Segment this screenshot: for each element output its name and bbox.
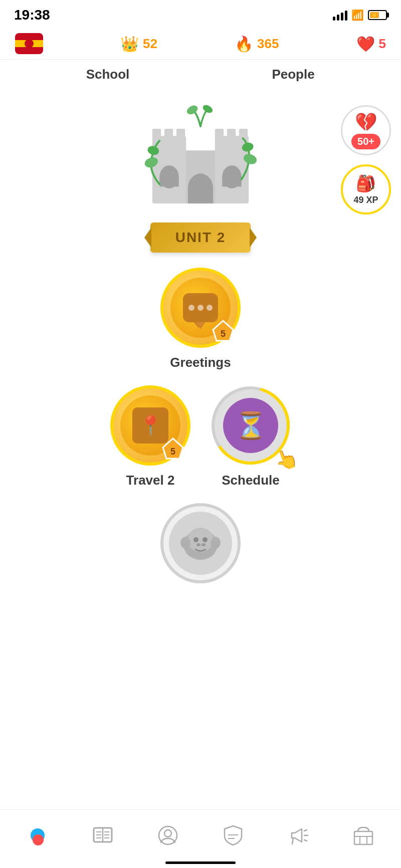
section-people-label[interactable]: People	[200, 67, 386, 82]
svg-rect-7	[227, 129, 236, 139]
nav-profile[interactable]	[143, 818, 193, 853]
fire-icon: 🔥	[235, 35, 253, 53]
svg-point-28	[187, 528, 214, 552]
schedule-lesson-node: ⏳ 👆 Schedule	[211, 385, 291, 488]
top-header: 👑 52 🔥 365 ❤️ 5	[0, 28, 401, 60]
profile-icon	[158, 825, 178, 845]
svg-rect-3	[164, 129, 173, 139]
svg-point-31	[193, 537, 198, 542]
svg-line-49	[304, 840, 307, 841]
status-icons: 📶	[333, 9, 387, 21]
nav-shop[interactable]	[338, 818, 388, 853]
svg-rect-4	[176, 129, 185, 139]
svg-point-34	[202, 543, 206, 546]
svg-point-29	[180, 537, 190, 549]
hearts-stat: ❤️ 5	[356, 35, 386, 53]
schedule-circle[interactable]: ⏳ 👆	[211, 385, 291, 466]
scrollable-content: UNIT 2	[0, 87, 401, 669]
svg-point-44	[164, 830, 171, 837]
svg-rect-14	[188, 188, 213, 203]
travel2-label: Travel 2	[126, 473, 175, 488]
sections-row: School People	[0, 60, 401, 87]
streak-value: 365	[257, 36, 279, 52]
travel-schedule-row: 📍 5 Travel 2	[15, 385, 386, 488]
unit-banner[interactable]: UNIT 2	[150, 223, 251, 253]
svg-rect-10	[159, 177, 178, 186]
main-content: UNIT 2	[0, 87, 401, 583]
shield-icon	[224, 825, 243, 846]
greetings-circle[interactable]: 5	[160, 268, 241, 348]
unit-section: UNIT 2	[15, 87, 386, 263]
greetings-label: Greetings	[170, 355, 231, 370]
nav-events[interactable]	[273, 818, 323, 853]
greetings-lesson-node: 5 Greetings	[15, 268, 386, 370]
nav-lessons[interactable]	[78, 818, 128, 853]
svg-rect-51	[354, 831, 372, 844]
travel2-circle[interactable]: 📍 5	[110, 385, 190, 466]
castle-svg	[123, 102, 278, 228]
crown-badge-travel2: 5	[160, 438, 185, 460]
locked-lesson-node	[15, 503, 386, 583]
shop-icon	[353, 825, 374, 845]
spanish-flag[interactable]	[15, 33, 43, 54]
book-icon	[92, 826, 113, 845]
svg-text:5: 5	[221, 329, 226, 339]
schedule-label: Schedule	[222, 473, 280, 488]
battery-icon	[368, 10, 387, 20]
svg-line-47	[304, 830, 307, 831]
hourglass-icon: ⏳	[235, 410, 267, 441]
crown-icon: 👑	[120, 35, 139, 53]
crown-badge-greetings: 5	[211, 320, 236, 342]
nav-shield[interactable]	[208, 818, 258, 853]
locked-circle	[160, 503, 241, 583]
hearts-value: 5	[379, 36, 386, 52]
home-indicator	[165, 861, 236, 864]
section-school-label[interactable]: School	[15, 67, 200, 82]
nav-home[interactable]	[13, 818, 63, 853]
heart-icon: ❤️	[356, 35, 375, 53]
svg-text:5: 5	[170, 447, 175, 457]
locked-character-svg	[178, 521, 223, 566]
svg-rect-6	[215, 129, 224, 139]
svg-point-20	[202, 103, 214, 114]
crowns-stat: 👑 52	[120, 35, 157, 53]
streak-stat: 🔥 365	[235, 35, 279, 53]
svg-line-50	[292, 838, 293, 844]
svg-rect-2	[152, 129, 161, 139]
status-bar: 19:38 📶	[0, 0, 401, 28]
duo-red-dot	[33, 834, 44, 845]
status-time: 19:38	[14, 7, 50, 23]
travel2-lesson-node: 📍 5 Travel 2	[110, 385, 190, 488]
duo-icon	[31, 828, 45, 842]
wifi-icon: 📶	[351, 9, 364, 21]
crowns-value: 52	[143, 36, 157, 52]
svg-rect-12	[222, 177, 241, 186]
castle-illustration	[123, 102, 278, 233]
svg-rect-52	[360, 836, 367, 844]
svg-point-30	[211, 537, 221, 549]
svg-point-33	[196, 543, 200, 546]
bottom-nav	[0, 809, 401, 868]
signal-bars-icon	[333, 10, 347, 21]
svg-point-32	[203, 537, 208, 542]
megaphone-icon	[288, 826, 309, 845]
